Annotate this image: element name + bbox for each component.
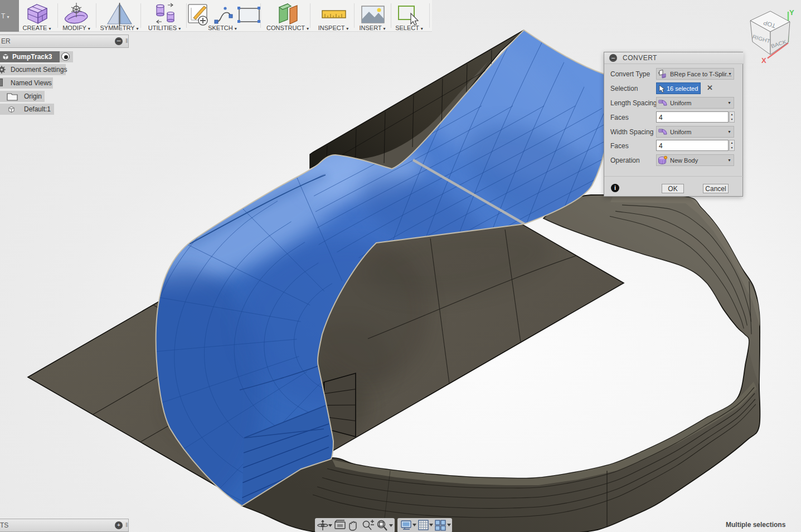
svg-text:X: X (761, 56, 766, 65)
svg-text:Y: Y (789, 8, 794, 17)
